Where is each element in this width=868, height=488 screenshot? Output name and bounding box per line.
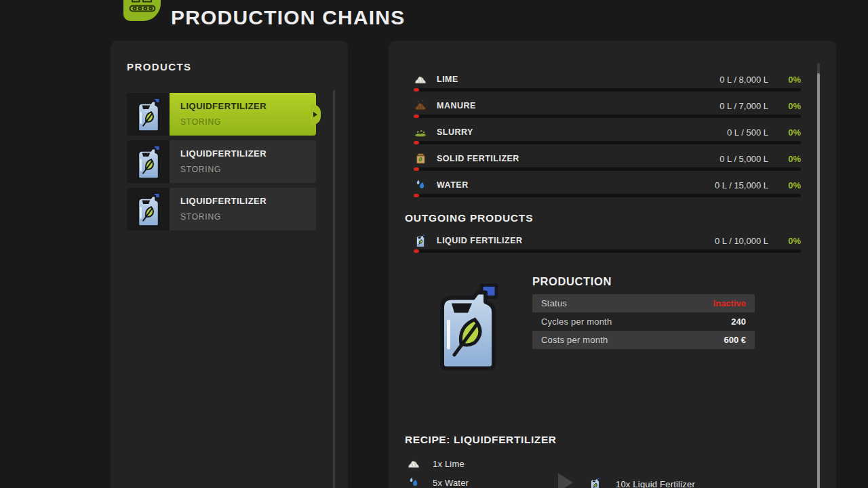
product-amount: 0 L / 500 L [727,127,768,138]
product-item-body: LIQUIDFERTILIZER STORING [170,188,316,230]
product-level-row: MANURE 0 L / 7,000 L 0% [414,98,801,118]
fill-level-bar [414,88,801,92]
product-percent: 0% [768,75,801,85]
product-list-item[interactable]: LIQUIDFERTILIZER STORING [127,140,316,183]
details-scrollbar-thumb[interactable] [817,73,820,488]
liquid-fertilizer-product-image [434,281,502,371]
recipe-item: 1x Lime [405,454,469,473]
recipe-item-quantity: 10x Liquid Fertilizer [616,479,695,488]
product-item-body: LIQUIDFERTILIZER STORING [170,140,316,183]
recipe-item-quantity: 1x Lime [433,459,465,469]
slurry-icon [414,125,427,139]
product-item-name: LIQUIDFERTILIZER [180,101,316,111]
liquid-fertilizer-icon [589,477,601,488]
product-amount: 0 L / 15,000 L [715,180,768,190]
product-amount: 0 L / 5,000 L [719,154,768,164]
water-icon [407,476,420,488]
fill-level-bar-value [414,167,419,171]
liquid-fertilizer-icon [135,97,162,132]
product-amount: 0 L / 7,000 L [719,101,768,111]
product-list-item[interactable]: LIQUIDFERTILIZER STORING [127,93,316,136]
fill-level-bar-value [414,141,419,144]
product-level-row: SLURRY 0 L / 500 L 0% [414,124,801,144]
product-name: LIQUID FERTILIZER [437,236,523,245]
product-level-row: WATER 0 L / 15,000 L 0% [414,177,801,197]
solid-fertilizer-icon [414,152,427,165]
production-row-value: Inactive [713,298,746,308]
conveyor-boxes-icon [128,0,157,18]
outgoing-products-list: LIQUID FERTILIZER 0 L / 10,000 L 0% [414,232,801,259]
production-section-title: PRODUCTION [532,275,612,288]
production-row-label: Costs per month [541,335,608,345]
product-item-name: LIQUIDFERTILIZER [180,196,316,206]
production-details-panel: LIME 0 L / 8,000 L 0% MANURE 0 L / 7,000… [389,41,836,488]
recipe-arrow-icon [558,473,573,488]
lime-icon [414,73,427,86]
fill-level-bar-value [414,115,419,118]
water-icon [414,178,427,192]
details-scrollbar-track[interactable] [817,63,820,488]
product-level-row: LIQUID FERTILIZER 0 L / 10,000 L 0% [414,232,801,253]
manure-icon [414,99,427,113]
products-scrollbar[interactable] [333,90,335,488]
recipe-item: 5x Water [405,473,469,488]
liquid-fertilizer-icon [414,234,427,247]
product-percent: 0% [768,180,801,190]
product-item-icon-tile [127,140,170,183]
product-item-body: LIQUIDFERTILIZER STORING [170,93,316,136]
products-panel-title: PRODUCTS [127,61,191,73]
fill-level-bar [414,115,801,118]
lime-icon [407,457,420,470]
product-name: SOLID FERTILIZER [437,154,519,163]
product-list-item[interactable]: LIQUIDFERTILIZER STORING [127,188,316,230]
product-name: MANURE [437,101,476,110]
liquid-fertilizer-icon [135,192,162,227]
production-row-value: 240 [731,317,746,327]
production-row-label: Cycles per month [541,317,612,327]
recipe-inputs-list: 1x Lime 5x Water [405,454,469,488]
product-name: LIME [437,75,458,84]
product-amount: 0 L / 10,000 L [715,236,768,246]
production-info-table: Status Inactive Cycles per month 240 Cos… [532,294,755,349]
product-item-status: STORING [180,212,316,222]
fill-level-bar-value [414,88,419,92]
selected-item-arrow-icon [313,112,317,117]
fill-level-bar [414,167,801,171]
liquid-fertilizer-icon [135,144,162,180]
product-level-row: SOLID FERTILIZER 0 L / 5,000 L 0% [414,150,801,171]
product-percent: 0% [768,236,801,246]
fill-level-bar [414,194,801,197]
fill-level-bar [414,249,801,253]
page-title: PRODUCTION CHAINS [171,6,405,29]
product-level-row: LIME 0 L / 8,000 L 0% [414,71,801,92]
product-percent: 0% [768,127,801,138]
product-percent: 0% [768,154,801,164]
fill-level-bar-value [414,249,419,253]
product-item-status: STORING [180,165,316,174]
incoming-products-list: LIME 0 L / 8,000 L 0% MANURE 0 L / 7,000… [414,71,801,203]
production-row-value: 600 € [724,335,746,345]
products-panel: PRODUCTS LIQUIDFERTILIZER STORING LIQUID… [111,41,348,488]
fill-level-bar-value [414,194,419,197]
product-percent: 0% [768,101,801,111]
recipe-item: 10x Liquid Fertilizer [589,474,695,488]
production-table-row: Status Inactive [532,294,755,312]
fill-level-bar [414,141,801,144]
recipe-item-quantity: 5x Water [433,478,469,488]
product-amount: 0 L / 8,000 L [719,75,768,85]
product-item-status: STORING [180,117,316,127]
product-name: SLURRY [437,127,473,137]
recipe-outputs-list: 10x Liquid Fertilizer [589,474,695,488]
products-list: LIQUIDFERTILIZER STORING LIQUIDFERTILIZE… [127,93,316,235]
recipe-title: RECIPE: LIQUIDFERTILIZER [405,434,557,446]
production-chains-icon [123,0,161,21]
production-table-row: Costs per month 600 € [532,331,755,349]
product-item-name: LIQUIDFERTILIZER [180,148,316,159]
product-item-icon-tile [127,93,170,136]
outgoing-products-title: OUTGOING PRODUCTS [405,212,533,224]
production-row-label: Status [541,298,567,308]
product-item-icon-tile [127,188,170,230]
production-table-row: Cycles per month 240 [532,312,755,331]
product-name: WATER [437,180,469,190]
